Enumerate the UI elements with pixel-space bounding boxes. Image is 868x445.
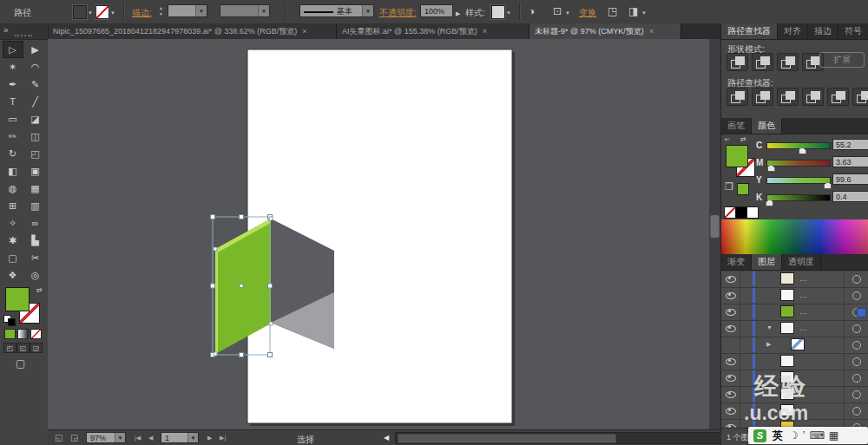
fill-dropdown-arrow[interactable]: ▼: [88, 10, 93, 16]
type-tool[interactable]: T: [3, 93, 23, 110]
divide-icon[interactable]: [727, 88, 748, 106]
perspective-grid-tool[interactable]: ▦: [25, 180, 46, 197]
slider-handle[interactable]: [767, 165, 775, 172]
expander-icon[interactable]: ▶: [766, 341, 771, 348]
selection-tool[interactable]: ▶: [25, 41, 46, 58]
ime-toolbar[interactable]: S 英 ☽’⌨▦: [748, 427, 868, 444]
unite-icon[interactable]: [727, 53, 748, 71]
visibility-eye-icon[interactable]: [721, 304, 740, 319]
out-of-gamut-cube-icon[interactable]: ❒: [725, 181, 733, 193]
layer-thumbnail[interactable]: [780, 289, 794, 301]
eyedropper-tool[interactable]: ✧: [3, 214, 23, 232]
draw-normal-icon[interactable]: ◰: [3, 343, 16, 353]
artboard-number-combo[interactable]: 1▼: [161, 432, 199, 443]
rotate-tool[interactable]: ↻: [3, 145, 23, 162]
column-graph-tool[interactable]: ▙: [25, 232, 46, 249]
gradient-mode-button[interactable]: [17, 329, 29, 339]
tab-stroke[interactable]: 描边: [808, 23, 838, 39]
last-artboard-icon[interactable]: ▶|: [220, 435, 226, 442]
visibility-eye-icon[interactable]: [721, 354, 740, 369]
layer-target-icon[interactable]: [852, 291, 861, 300]
document-tab-active[interactable]: 未标题-9* @ 97% (CMYK/预览) ×: [529, 23, 681, 39]
slice-tool[interactable]: ✂: [25, 249, 46, 266]
document-tab[interactable]: AI矢量图标.ai* @ 155.38% (RGB/预览) ×: [337, 23, 529, 39]
tab-pathfinder[interactable]: 路径查找器: [721, 23, 778, 39]
layer-row[interactable]: ▼…: [721, 321, 868, 337]
layer-row[interactable]: [721, 403, 868, 420]
screen-mode-icon[interactable]: ▢: [16, 357, 25, 370]
channel-slider[interactable]: [766, 177, 831, 184]
hand-tool[interactable]: ❖: [3, 266, 23, 284]
channel-slider[interactable]: [766, 142, 831, 149]
zoom-tool[interactable]: ◎: [25, 266, 46, 284]
sogou-logo-icon[interactable]: S: [753, 429, 766, 442]
slider-handle[interactable]: [824, 182, 832, 189]
close-icon[interactable]: ×: [302, 27, 306, 36]
tab-transparency[interactable]: 透明度: [782, 254, 821, 270]
stroke-color-swatch[interactable]: [95, 5, 109, 19]
stroke-dropdown-arrow[interactable]: ▼: [110, 10, 115, 16]
vertical-scrollbar-thumb[interactable]: [711, 215, 720, 238]
style-swatch[interactable]: [491, 5, 505, 19]
visibility-eye-icon[interactable]: [721, 403, 740, 418]
trim-icon[interactable]: [752, 88, 773, 106]
pencil-tool[interactable]: ✏: [3, 128, 23, 145]
layer-target-icon[interactable]: [852, 374, 861, 383]
expand-button[interactable]: 扩展: [819, 52, 865, 68]
rectangle-tool[interactable]: ▭: [3, 110, 23, 128]
width-profile-tool[interactable]: ◧: [3, 162, 23, 180]
visibility-eye-icon[interactable]: [721, 387, 740, 402]
intersect-icon[interactable]: [777, 53, 799, 71]
paintbrush-tool[interactable]: ◪: [25, 110, 46, 128]
layer-thumbnail[interactable]: [780, 371, 794, 383]
brush-definition-combo[interactable]: 基本▼: [299, 4, 374, 17]
layer-row[interactable]: [721, 370, 868, 387]
swap-colors-icon[interactable]: ⇄: [740, 135, 746, 143]
share-screen-icon[interactable]: ◲: [70, 433, 78, 442]
hscroll-left-arrow-icon[interactable]: ◀: [384, 434, 389, 442]
tab-symbols[interactable]: 符号: [838, 23, 868, 39]
canvas-area[interactable]: [48, 39, 720, 429]
mesh-tool[interactable]: ⊞: [3, 197, 23, 214]
layer-row[interactable]: …: [721, 304, 868, 321]
fill-proxy[interactable]: [726, 145, 748, 167]
first-artboard-icon[interactable]: |◀: [135, 435, 141, 442]
transform-panel-link[interactable]: 变换: [579, 7, 596, 19]
default-swatches-icon[interactable]: ▪▫: [725, 135, 730, 143]
layer-thumbnail[interactable]: [780, 322, 794, 334]
scale-tool[interactable]: ◰: [25, 145, 46, 162]
opacity-combo[interactable]: 100%: [420, 4, 453, 17]
channel-value[interactable]: 3.63: [832, 156, 868, 167]
next-artboard-icon[interactable]: ▶: [207, 435, 212, 442]
channel-value[interactable]: 55.2: [832, 139, 868, 150]
distribute-objects-icon[interactable]: ◨: [628, 5, 638, 17]
layer-row[interactable]: [721, 354, 868, 370]
tab-brushes[interactable]: 画笔: [721, 118, 752, 134]
layer-row[interactable]: …: [721, 288, 868, 304]
channel-slider[interactable]: [766, 160, 831, 167]
none-swatch[interactable]: [724, 206, 736, 219]
slider-handle[interactable]: [766, 200, 773, 206]
horizontal-scrollbar-thumb[interactable]: [398, 434, 616, 443]
fill-color-swatch[interactable]: [73, 5, 87, 19]
moon-icon[interactable]: ☽: [789, 429, 799, 442]
eraser-tool[interactable]: ◫: [25, 128, 46, 145]
draw-inside-icon[interactable]: ◲: [30, 343, 43, 353]
swap-fill-stroke-icon[interactable]: ⇄: [36, 286, 43, 294]
crop-icon[interactable]: [802, 88, 824, 106]
style-dropdown-arrow[interactable]: ▼: [506, 10, 511, 16]
expander-icon[interactable]: ▼: [766, 324, 773, 330]
layer-target-icon[interactable]: [852, 390, 861, 399]
tab-color[interactable]: 颜色: [752, 118, 782, 134]
arrange-docs-icon[interactable]: ◱: [55, 433, 62, 442]
visibility-eye-icon[interactable]: [721, 272, 740, 286]
stroke-weight-combo[interactable]: ▼: [168, 4, 207, 17]
merge-icon[interactable]: [777, 88, 799, 106]
distribute-arrow[interactable]: ▼: [641, 10, 647, 16]
comma-icon[interactable]: ’: [803, 429, 806, 442]
layer-thumbnail[interactable]: [791, 338, 805, 350]
line-segment-tool[interactable]: ╱: [25, 93, 46, 110]
toolbox-icon[interactable]: ▦: [829, 429, 838, 442]
layer-thumbnail[interactable]: [780, 404, 794, 416]
artboard-tool[interactable]: ▢: [3, 249, 23, 266]
